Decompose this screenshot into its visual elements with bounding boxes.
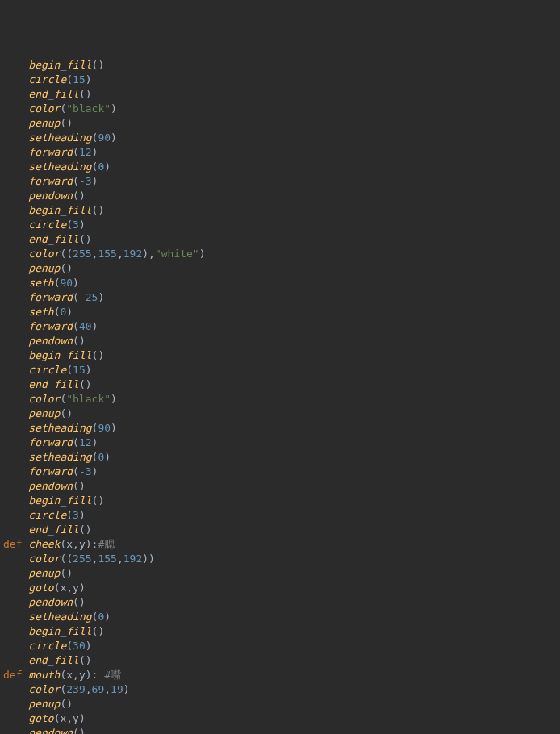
code-line[interactable]: pendown() <box>3 334 560 348</box>
code-line[interactable]: setheading(0) <box>3 610 560 624</box>
code-line[interactable]: circle(30) <box>3 639 560 653</box>
token-punct: _ <box>48 378 54 390</box>
code-line[interactable]: setheading(90) <box>3 131 560 145</box>
token-punct: (( <box>60 553 73 565</box>
token-str: "black" <box>66 393 111 405</box>
code-line[interactable]: begin_fill() <box>3 494 560 508</box>
token-punct: ( <box>73 465 79 478</box>
code-line[interactable]: forward(-25) <box>3 290 560 305</box>
token-punct: ) <box>86 364 92 376</box>
code-line[interactable]: begin_fill() <box>3 58 560 73</box>
code-line[interactable]: setheading(0) <box>3 160 560 174</box>
code-line[interactable]: goto(x,y) <box>3 581 560 595</box>
token-fn: color <box>28 553 60 565</box>
code-line[interactable]: begin_fill() <box>3 624 560 639</box>
code-line[interactable]: circle(3) <box>3 218 560 232</box>
token-fn: penup <box>28 698 60 710</box>
code-line[interactable]: penup() <box>3 261 560 276</box>
token-punct: ) <box>98 291 104 303</box>
code-line[interactable]: begin_fill() <box>3 348 560 363</box>
code-line[interactable]: color("black") <box>3 392 560 407</box>
code-line[interactable]: forward(12) <box>3 145 560 160</box>
token-fn: end <box>28 523 47 536</box>
code-line[interactable]: end_fill() <box>3 653 560 668</box>
token-fn: pendown <box>28 190 73 202</box>
token-fn: penup <box>28 262 60 274</box>
code-line[interactable]: penup() <box>3 116 560 131</box>
code-line[interactable]: seth(90) <box>3 276 560 290</box>
code-line[interactable]: forward(40) <box>3 319 560 334</box>
token-punct: () <box>73 727 86 734</box>
code-line[interactable]: forward(-3) <box>3 174 560 189</box>
code-line[interactable]: pendown() <box>3 479 560 494</box>
token-punct: ) <box>111 393 117 405</box>
code-line[interactable]: penup() <box>3 407 560 421</box>
code-line[interactable]: color((255,155,192),"white") <box>3 247 560 261</box>
code-line[interactable]: setheading(0) <box>3 450 560 465</box>
token-punct: ( <box>73 320 79 332</box>
token-num: 3 <box>73 219 79 231</box>
token-punct: , <box>73 538 79 550</box>
token-num: 90 <box>98 422 111 434</box>
token-fn: fill <box>66 204 91 216</box>
token-fn: circle <box>28 73 66 85</box>
token-fn: setheading <box>28 422 91 434</box>
token-fn: fill <box>66 625 91 637</box>
token-num: -25 <box>79 291 98 303</box>
token-fn: penup <box>28 117 60 129</box>
token-fn: fill <box>54 88 79 100</box>
token-comment: #嘴 <box>104 669 121 681</box>
code-line[interactable]: pendown() <box>3 726 560 734</box>
token-punct: , <box>73 669 79 681</box>
token-punct: () <box>92 204 105 216</box>
token-fn: forward <box>28 436 73 448</box>
token-punct: _ <box>48 523 54 536</box>
code-line[interactable]: circle(15) <box>3 73 560 87</box>
token-punct: ) <box>92 436 98 448</box>
code-line[interactable]: color("black") <box>3 102 560 116</box>
token-punct: ): <box>86 538 98 550</box>
code-line[interactable]: penup() <box>3 697 560 711</box>
code-line[interactable]: end_fill() <box>3 232 560 247</box>
token-punct: ) <box>79 509 86 521</box>
token-punct: () <box>92 625 105 637</box>
token-fn: setheading <box>28 161 91 173</box>
code-line[interactable]: goto(x,y) <box>3 711 560 726</box>
token-num: 255 <box>73 248 91 260</box>
token-fn: color <box>28 393 60 405</box>
code-line[interactable]: def mouth(x,y): #嘴 <box>3 668 560 682</box>
code-line[interactable]: circle(15) <box>3 363 560 377</box>
token-fn: begin <box>28 494 60 507</box>
token-punct: )) <box>142 553 155 565</box>
token-punct: () <box>73 335 86 347</box>
code-line[interactable]: begin_fill() <box>3 203 560 218</box>
code-line[interactable]: seth(0) <box>3 305 560 319</box>
code-line[interactable]: pendown() <box>3 595 560 610</box>
code-line[interactable]: color((255,155,192)) <box>3 552 560 566</box>
token-fn: setheading <box>28 131 91 144</box>
token-punct: ) <box>104 611 111 623</box>
code-line[interactable]: pendown() <box>3 189 560 203</box>
code-line[interactable]: penup() <box>3 566 560 581</box>
token-punct: () <box>79 233 92 245</box>
token-num: 15 <box>73 73 86 85</box>
code-line[interactable]: setheading(90) <box>3 421 560 436</box>
token-punct: ) <box>111 102 117 115</box>
token-punct: , <box>104 683 111 695</box>
token-punct: ( <box>66 364 73 376</box>
code-line[interactable]: end_fill() <box>3 87 560 102</box>
token-punct: , <box>117 553 123 565</box>
token-punct: ( <box>66 509 73 521</box>
code-line[interactable]: end_fill() <box>3 377 560 392</box>
code-line[interactable]: circle(3) <box>3 508 560 523</box>
token-fn: end <box>28 88 47 100</box>
token-num: -3 <box>79 465 92 478</box>
token-num: 155 <box>98 553 116 565</box>
code-line[interactable]: forward(12) <box>3 436 560 450</box>
code-line[interactable]: color(239,69,19) <box>3 682 560 697</box>
token-fn: forward <box>28 291 73 303</box>
code-line[interactable]: forward(-3) <box>3 465 560 479</box>
code-line[interactable]: end_fill() <box>3 523 560 537</box>
code-editor[interactable]: begin_fill() circle(15) end_fill() color… <box>3 58 560 734</box>
code-line[interactable]: def cheek(x,y):#腮 <box>3 537 560 552</box>
